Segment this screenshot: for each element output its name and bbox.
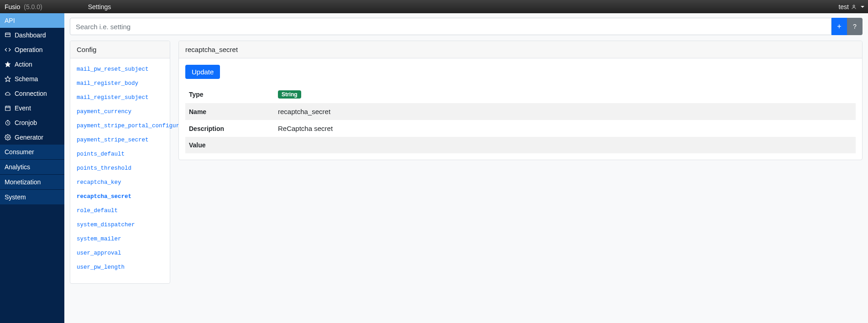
config-link[interactable]: points_default <box>77 151 125 157</box>
svg-marker-3 <box>5 62 10 67</box>
config-list-item: mail_pw_reset_subject <box>77 65 163 73</box>
search-row: + ? <box>70 18 863 35</box>
user-menu[interactable]: test <box>838 3 864 10</box>
svg-point-10 <box>7 136 9 138</box>
sidebar: API DashboardOperationActionSchemaConnec… <box>0 13 64 323</box>
code-icon <box>5 47 11 53</box>
config-panel-header: Config <box>70 41 170 58</box>
detail-row-value: Value <box>185 137 856 153</box>
detail-panel: recaptcha_secret Update Type String Name… <box>178 41 863 160</box>
sidebar-item-label: Cronjob <box>15 119 37 126</box>
config-list-item: recaptcha_secret <box>77 192 163 200</box>
update-button[interactable]: Update <box>185 65 220 79</box>
config-link[interactable]: system_dispatcher <box>77 222 135 228</box>
sidebar-section-monetization[interactable]: Monetization <box>0 174 64 189</box>
detail-row-name: Name recaptcha_secret <box>185 103 856 120</box>
topbar-left: Fusio (5.0.0) <box>4 3 42 10</box>
config-link[interactable]: user_approval <box>77 250 121 256</box>
config-list-item: mail_register_body <box>77 79 163 87</box>
detail-table: Type String Name recaptcha_secret Descri… <box>185 85 856 153</box>
detail-label-value: Value <box>185 137 274 153</box>
content-row: Config mail_pw_reset_subjectmail_registe… <box>70 41 863 284</box>
detail-row-type: Type String <box>185 85 856 103</box>
config-list-item: user_approval <box>77 249 163 256</box>
detail-label-description: Description <box>185 120 274 137</box>
detail-value-value <box>274 137 856 153</box>
config-list-item: points_default <box>77 150 163 157</box>
svg-marker-4 <box>5 76 10 82</box>
help-button[interactable]: ? <box>847 18 863 35</box>
cloud-icon <box>5 90 11 97</box>
sidebar-item-dashboard[interactable]: Dashboard <box>0 28 64 42</box>
config-link[interactable]: payment_currency <box>77 109 131 115</box>
config-link[interactable]: mail_register_subject <box>77 94 149 101</box>
sidebar-item-connection[interactable]: Connection <box>0 86 64 101</box>
star-outline-icon <box>5 76 11 82</box>
config-link[interactable]: points_threshold <box>77 165 131 172</box>
detail-value-type: String <box>274 85 856 103</box>
sidebar-item-label: Schema <box>15 75 38 83</box>
brand-name: Fusio <box>5 3 20 10</box>
config-list-item: system_mailer <box>77 234 163 242</box>
config-list-item: points_threshold <box>77 164 163 172</box>
sidebar-item-cronjob[interactable]: Cronjob <box>0 115 64 130</box>
svg-rect-1 <box>5 33 10 36</box>
main: + ? Config mail_pw_reset_subjectmail_reg… <box>64 13 868 323</box>
type-badge: String <box>278 90 301 99</box>
sidebar-item-label: Connection <box>15 90 47 97</box>
config-panel: Config mail_pw_reset_subjectmail_registe… <box>70 41 170 284</box>
user-icon <box>851 4 857 10</box>
sidebar-item-generator[interactable]: Generator <box>0 130 64 145</box>
config-list-item: mail_register_subject <box>77 93 163 101</box>
config-link[interactable]: user_pw_length <box>77 264 125 271</box>
config-link[interactable]: mail_register_body <box>77 80 138 87</box>
detail-row-description: Description ReCaptcha secret <box>185 120 856 137</box>
config-link[interactable]: payment_stripe_secret <box>77 137 149 143</box>
config-link[interactable]: role_default <box>77 208 118 214</box>
detail-value-name: recaptcha_secret <box>274 103 856 120</box>
sidebar-section-analytics[interactable]: Analytics <box>0 159 64 174</box>
gear-icon <box>5 134 11 141</box>
config-list-item: user_pw_length <box>77 263 163 271</box>
detail-value-description: ReCaptcha secret <box>274 120 856 137</box>
svg-rect-5 <box>5 106 10 110</box>
config-list-item: payment_stripe_secret <box>77 135 163 143</box>
config-list-item: payment_currency <box>77 107 163 115</box>
config-list-item: role_default <box>77 206 163 214</box>
sidebar-item-label: Event <box>15 104 31 112</box>
sidebar-section-consumer[interactable]: Consumer <box>0 145 64 159</box>
sidebar-item-operation[interactable]: Operation <box>0 42 64 57</box>
sidebar-item-label: Operation <box>15 46 42 53</box>
config-list-item: recaptcha_key <box>77 178 163 186</box>
config-list: mail_pw_reset_subjectmail_register_bodym… <box>77 65 163 271</box>
config-link[interactable]: system_mailer <box>77 236 121 242</box>
sidebar-item-label: Generator <box>15 134 43 141</box>
dashboard-icon <box>5 32 11 38</box>
config-link[interactable]: payment_stripe_portal_configur <box>77 123 179 129</box>
config-link[interactable]: mail_pw_reset_subject <box>77 66 149 73</box>
search-input[interactable] <box>70 18 831 35</box>
config-list-item: system_dispatcher <box>77 220 163 228</box>
detail-label-name: Name <box>185 103 274 120</box>
config-list-item: payment_stripe_portal_configur <box>77 121 163 129</box>
sidebar-item-event[interactable]: Event <box>0 101 64 115</box>
sidebar-item-label: Dashboard <box>15 31 46 39</box>
user-name: test <box>838 3 849 10</box>
page-title: Settings <box>88 3 111 10</box>
add-button[interactable]: + <box>831 18 847 35</box>
sidebar-item-schema[interactable]: Schema <box>0 72 64 86</box>
sidebar-section-api[interactable]: API <box>0 13 64 28</box>
detail-label-type: Type <box>185 85 274 103</box>
brand-version: (5.0.0) <box>24 3 42 10</box>
chevron-down-icon <box>861 6 864 8</box>
svg-point-0 <box>853 5 855 7</box>
sidebar-item-label: Action <box>15 61 32 68</box>
calendar-icon <box>5 105 11 111</box>
config-link[interactable]: recaptcha_key <box>77 179 121 186</box>
topbar: Fusio (5.0.0) Settings test <box>0 0 868 13</box>
config-link[interactable]: recaptcha_secret <box>77 193 131 200</box>
star-icon <box>5 61 11 68</box>
sidebar-section-system[interactable]: System <box>0 189 64 204</box>
sidebar-item-action[interactable]: Action <box>0 57 64 72</box>
detail-panel-header: recaptcha_secret <box>179 41 862 58</box>
